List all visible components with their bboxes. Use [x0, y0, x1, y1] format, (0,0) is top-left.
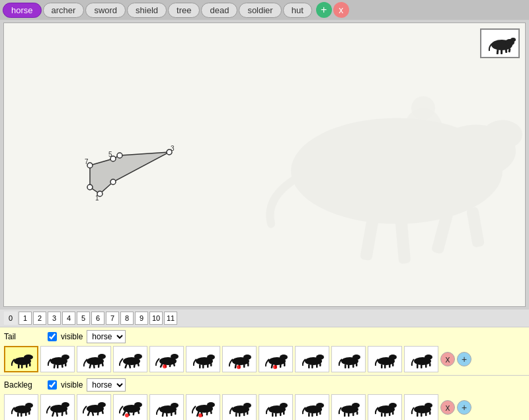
svg-rect-162 [344, 412, 346, 417]
tail-frame-5[interactable] [186, 346, 220, 372]
svg-rect-152 [280, 412, 282, 416]
tail-frame-7[interactable] [259, 346, 293, 372]
tab-hut[interactable]: hut [283, 3, 312, 18]
svg-rect-64 [207, 364, 209, 368]
backleg-frame-0[interactable] [4, 394, 38, 420]
backleg-add-button[interactable]: + [457, 400, 471, 415]
tab-soldier[interactable]: soldier [239, 3, 281, 18]
svg-rect-43 [89, 364, 91, 368]
backleg-frame-1[interactable] [40, 394, 75, 420]
frame-num-6[interactable]: 6 [91, 312, 104, 325]
svg-rect-101 [421, 364, 423, 368]
tail-remove-button[interactable]: x [440, 352, 455, 366]
frame-num-10[interactable]: 10 [149, 312, 163, 325]
svg-marker-10 [90, 152, 169, 194]
svg-point-128 [125, 413, 129, 417]
backleg-remove-button[interactable]: x [440, 400, 455, 415]
svg-point-59 [163, 364, 167, 368]
tail-frame-9[interactable] [331, 346, 366, 372]
svg-rect-63 [202, 364, 204, 368]
frame-num-5[interactable]: 5 [77, 312, 90, 325]
svg-point-72 [237, 365, 241, 369]
tab-sword[interactable]: sword [85, 3, 126, 18]
svg-rect-83 [311, 364, 313, 368]
frame-num-9[interactable]: 9 [135, 312, 148, 325]
backleg-frame-11[interactable] [404, 394, 438, 420]
tail-frame-1[interactable] [40, 346, 75, 372]
svg-rect-157 [311, 413, 313, 417]
frame-num-1[interactable]: 1 [19, 312, 32, 325]
backleg-type-select[interactable]: horse [87, 378, 126, 392]
svg-point-36 [61, 355, 69, 360]
add-tab-button[interactable]: + [316, 2, 332, 18]
frame-num-0[interactable]: 0 [4, 312, 17, 325]
tab-archer[interactable]: archer [43, 3, 85, 18]
svg-point-54 [171, 354, 179, 359]
tab-tree[interactable]: tree [168, 3, 200, 18]
svg-rect-34 [29, 363, 31, 366]
frame-num-7[interactable]: 7 [106, 312, 119, 325]
svg-point-9 [411, 97, 435, 120]
svg-text:1: 1 [95, 194, 99, 202]
tail-visible-checkbox[interactable] [48, 332, 57, 341]
close-tab-button[interactable]: x [333, 2, 349, 18]
svg-rect-151 [275, 413, 277, 417]
backleg-frame-3[interactable] [113, 394, 147, 420]
tail-frame-4[interactable] [149, 346, 184, 372]
tab-shield[interactable]: shield [127, 3, 167, 18]
svg-point-99 [425, 355, 432, 360]
backleg-frame-10[interactable] [368, 394, 402, 420]
frame-num-4[interactable]: 4 [62, 312, 75, 325]
tail-frame-10[interactable] [368, 346, 402, 372]
frame-num-3[interactable]: 3 [48, 312, 61, 325]
frame-num-8[interactable]: 8 [120, 312, 134, 325]
backleg-frame-2[interactable] [77, 394, 111, 420]
tail-frame-11[interactable] [404, 346, 438, 372]
svg-point-111 [61, 402, 69, 407]
svg-rect-145 [239, 413, 241, 417]
svg-rect-39 [61, 364, 63, 368]
backleg-controls: Backleg visible horse [4, 378, 525, 392]
svg-rect-156 [308, 413, 310, 417]
tail-frame-3[interactable] [113, 346, 147, 372]
svg-rect-27 [505, 49, 508, 53]
svg-rect-170 [389, 412, 391, 416]
backleg-frame-4[interactable] [149, 394, 184, 420]
svg-rect-40 [65, 363, 67, 366]
backleg-frame-5[interactable] [186, 394, 220, 420]
tail-frame-6[interactable] [222, 346, 257, 372]
backleg-frame-9[interactable] [331, 394, 366, 420]
svg-rect-31 [18, 364, 20, 368]
svg-rect-94 [381, 364, 383, 368]
tab-horse[interactable]: horse [3, 3, 42, 18]
svg-rect-84 [316, 364, 318, 368]
svg-rect-89 [348, 364, 350, 368]
tail-type-select[interactable]: horse [87, 330, 126, 343]
svg-rect-96 [389, 364, 391, 368]
tail-frame-0[interactable] [4, 346, 38, 372]
svg-rect-91 [356, 363, 358, 366]
svg-text:3: 3 [171, 145, 175, 152]
tab-dead[interactable]: dead [201, 3, 237, 18]
main-canvas: 7 5 3 1 [3, 22, 526, 307]
backleg-visible-checkbox[interactable] [48, 380, 57, 390]
svg-rect-38 [57, 364, 59, 368]
svg-rect-168 [381, 413, 383, 417]
svg-point-130 [171, 403, 179, 408]
frame-num-2[interactable]: 2 [33, 312, 46, 325]
svg-rect-131 [161, 412, 164, 417]
backleg-frame-8[interactable] [295, 394, 329, 420]
svg-rect-169 [384, 413, 386, 417]
thumbnail-box [480, 28, 520, 58]
tail-frame-8[interactable] [295, 346, 329, 372]
backleg-frame-6[interactable] [222, 394, 257, 420]
svg-rect-158 [316, 412, 318, 416]
tail-add-button[interactable]: + [457, 352, 471, 366]
tail-frame-2[interactable] [77, 346, 111, 372]
svg-rect-82 [308, 364, 310, 368]
svg-rect-103 [429, 363, 431, 366]
backleg-visible-label: visible [61, 380, 83, 390]
svg-rect-146 [243, 412, 245, 416]
backleg-frame-7[interactable] [259, 394, 293, 420]
frame-num-11[interactable]: 11 [164, 312, 177, 325]
